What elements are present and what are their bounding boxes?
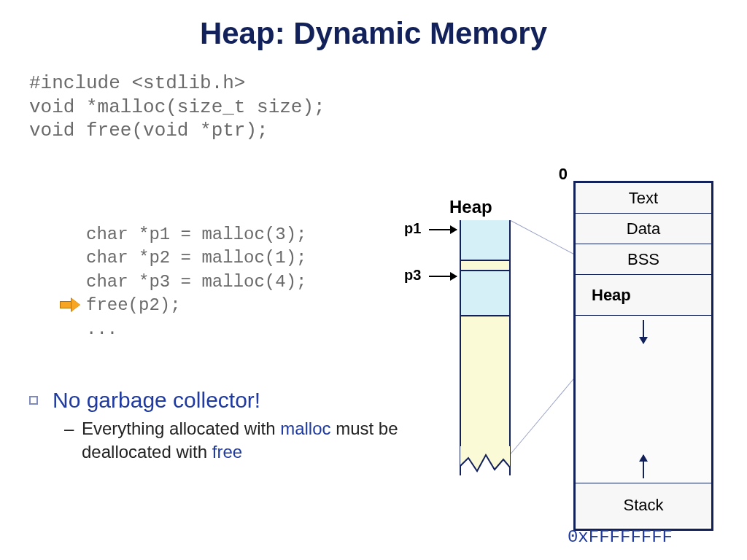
pointer-label-p1: p1 <box>404 220 421 237</box>
dash-bullet-icon: – <box>64 417 74 440</box>
stack-grows-up-icon <box>643 455 644 478</box>
memory-layout-diagram: Text Data BSS Heap Stack <box>573 181 713 531</box>
segment-bss: BSS <box>576 244 711 275</box>
heap-grows-down-icon <box>643 320 644 343</box>
code-prototypes: #include <stdlib.h> void *malloc(size_t … <box>29 71 325 143</box>
heap-block-p1 <box>461 220 509 261</box>
pointer-label-p3: p3 <box>404 267 421 284</box>
bullet-2: – Everything allocated with malloc must … <box>29 417 409 464</box>
segment-stack: Stack <box>576 483 711 527</box>
pointer-arrow-p3-icon <box>429 276 457 277</box>
bullet-1-text: No garbage collector! <box>53 388 260 412</box>
slide-title: Heap: Dynamic Memory <box>0 16 747 51</box>
connector-line-bottom <box>511 376 576 454</box>
heap-column <box>460 220 511 475</box>
torn-edge-icon <box>460 446 511 475</box>
segment-heap: Heap <box>576 275 711 316</box>
keyword-malloc: malloc <box>280 419 330 438</box>
segment-data: Data <box>576 214 711 244</box>
keyword-free: free <box>212 442 242 462</box>
address-zero-label: 0 <box>559 165 568 184</box>
connector-line-top <box>511 220 574 254</box>
heap-block-freed-p2 <box>461 261 509 271</box>
bullet-1: No garbage collector! <box>29 388 409 413</box>
bullet-2-text-a: Everything allocated with <box>82 419 280 438</box>
heap-block-p3 <box>461 271 509 316</box>
bullet-list: No garbage collector! – Everything alloc… <box>29 388 409 464</box>
square-bullet-icon <box>29 396 38 405</box>
segment-gap <box>576 316 711 483</box>
code-sample: char *p1 = malloc(3); char *p2 = malloc(… <box>86 223 306 341</box>
slide: Heap: Dynamic Memory #include <stdlib.h>… <box>0 0 747 560</box>
segment-text: Text <box>576 183 711 214</box>
heap-block-remaining <box>461 316 509 454</box>
address-max-label: 0xFFFFFFFF <box>568 527 673 547</box>
heap-column-title: Heap <box>449 197 492 217</box>
current-line-arrow-icon <box>60 299 79 311</box>
pointer-arrow-p1-icon <box>429 229 457 230</box>
